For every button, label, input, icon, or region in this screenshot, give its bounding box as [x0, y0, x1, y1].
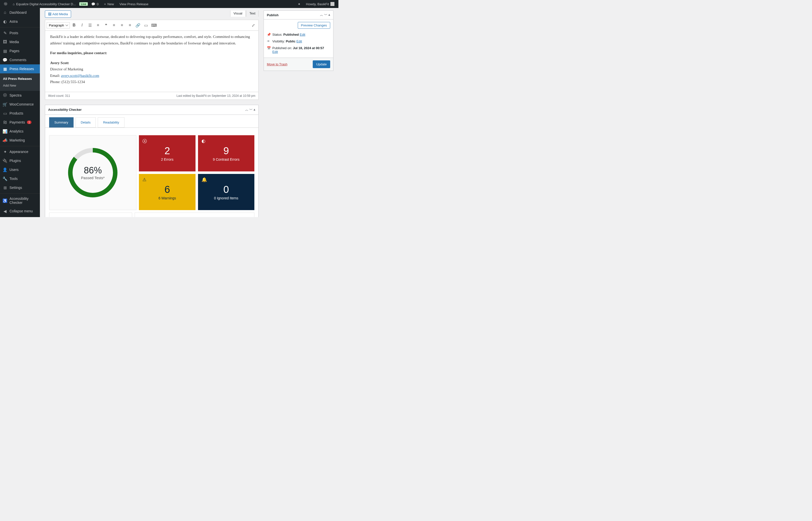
tab-details[interactable]: Details	[76, 117, 96, 128]
align-center-button[interactable]: ≡	[118, 21, 126, 29]
chevron-up-icon[interactable]: ︿	[245, 108, 248, 112]
toolbar-toggle-button[interactable]: ⌨	[150, 21, 158, 29]
sidebar-item-woocommerce[interactable]: 🛒WooCommerce	[0, 100, 40, 109]
trash-link[interactable]: Move to Trash	[267, 62, 287, 66]
bullet-list-button[interactable]: ☰	[86, 21, 94, 29]
preview-button[interactable]: Preview Changes	[298, 22, 330, 29]
ignored-card[interactable]: 🔔 0 0 Ignored Items	[198, 174, 254, 210]
sidebar-item-astra[interactable]: ◐Astra	[0, 17, 40, 26]
sidebar-sub-add[interactable]: Add New	[0, 82, 40, 89]
site-title: Equalize Digital Accessibility Checker D…	[16, 2, 76, 6]
warnings-num: 6	[164, 184, 170, 195]
spectra-icon: ⦿	[2, 93, 7, 98]
chevron-down-icon[interactable]: ﹀	[324, 13, 328, 17]
tab-visual[interactable]: Visual	[230, 10, 245, 17]
comments-link[interactable]: 💬0	[89, 0, 100, 8]
contrast-card[interactable]: ◐ 9 9 Contrast Errors	[198, 135, 254, 172]
edit-visibility-link[interactable]: Edit	[296, 40, 302, 43]
add-media-button[interactable]: 🖼Add Media	[45, 10, 71, 18]
sidebar-item-spectra[interactable]: ⦿Spectra	[0, 91, 40, 100]
publish-title: Publish	[267, 13, 279, 17]
sidebar-item-media[interactable]: 🖾Media	[0, 38, 40, 46]
contact-title: Director of Marketing	[50, 66, 254, 73]
pages-icon: ▤	[2, 48, 7, 53]
site-link[interactable]: ⌂Equalize Digital Accessibility Checker …	[11, 0, 78, 8]
new-label: New	[108, 2, 114, 6]
sidebar-item-accessibility-checker[interactable]: ♿Accessibility Checker	[0, 195, 40, 207]
tab-readability[interactable]: Readability	[98, 117, 124, 128]
sidebar-item-collapse-menu[interactable]: ◀Collapse menu	[0, 207, 40, 216]
sidebar-item-plugins[interactable]: 🔌Plugins	[0, 156, 40, 165]
sidebar-item-dashboard[interactable]: ⌂Dashboard	[0, 8, 40, 17]
collapse-menu-icon: ◀	[2, 209, 7, 213]
admin-bar: ⓦ ⌂Equalize Digital Accessibility Checke…	[0, 0, 338, 8]
wp-logo[interactable]: ⓦ	[2, 0, 9, 8]
align-left-button[interactable]: ≡	[110, 21, 118, 29]
sidebar-item-comments[interactable]: 💬Comments	[0, 55, 40, 64]
view-label: View Press Release	[119, 2, 148, 6]
tab-text[interactable]: Text	[246, 10, 259, 17]
sidebar-item-posts[interactable]: ✎Posts	[0, 28, 40, 38]
dashboard-icon: ⌂	[2, 10, 7, 15]
plugins-icon: 🔌	[2, 158, 7, 163]
sidebar-item-settings[interactable]: ⊞Settings	[0, 183, 40, 192]
media-icon: 🖼	[48, 12, 51, 16]
sidebar-item-users[interactable]: 👤Users	[0, 165, 40, 174]
view-link[interactable]: View Press Release	[117, 0, 150, 8]
edit-date-link[interactable]: Edit	[272, 50, 278, 54]
email-prefix: Email:	[50, 74, 61, 77]
woocommerce-icon: 🛒	[2, 102, 7, 107]
sidebar-item-label: WooCommerce	[9, 102, 34, 106]
tab-summary[interactable]: Summary	[49, 117, 74, 128]
link-button[interactable]: 🔗	[134, 21, 142, 29]
triangle-up-icon[interactable]: ▴	[329, 13, 330, 17]
sidebar-item-products[interactable]: ▭Products	[0, 109, 40, 118]
sidebar-item-label: Products	[9, 111, 23, 115]
italic-button[interactable]: I	[78, 21, 86, 29]
chevron-down-icon[interactable]: ﹀	[249, 108, 253, 112]
assistant-icon[interactable]: ✦	[296, 0, 303, 8]
edit-status-link[interactable]: Edit	[300, 33, 305, 37]
quote-button[interactable]: ❝	[102, 21, 110, 29]
comment-icon: 💬	[91, 2, 95, 6]
status-row: 📌 Status: Published Edit	[267, 31, 330, 38]
sidebar-item-label: Appearance	[9, 150, 28, 154]
chevron-up-icon[interactable]: ︿	[320, 13, 323, 17]
analytics-icon: 📊	[2, 129, 7, 134]
sidebar-sub-all[interactable]: All Press Releases	[0, 75, 40, 82]
triangle-up-icon[interactable]: ▴	[254, 108, 255, 112]
contact-email[interactable]: avery.scott@basikfit.com	[61, 74, 99, 77]
account-link[interactable]: Howdy, BasikFit	[304, 0, 336, 8]
sidebar-item-press-releases[interactable]: ▦Press Releases	[0, 64, 40, 73]
sidebar-item-payments[interactable]: ₪Payments1	[0, 118, 40, 127]
new-link[interactable]: +New	[102, 0, 116, 8]
sidebar-item-marketing[interactable]: 📣Marketing	[0, 136, 40, 145]
sidebar-item-label: Marketing	[9, 138, 25, 142]
update-button[interactable]: Update	[313, 60, 330, 68]
fullscreen-button[interactable]: ⤢	[249, 21, 257, 29]
format-select[interactable]: Paragraph	[47, 22, 70, 28]
payments-icon: ₪	[2, 120, 7, 125]
more-button[interactable]: ▭	[142, 21, 150, 29]
errors-card[interactable]: ⓧ 2 2 Errors	[139, 135, 195, 172]
sidebar-item-pages[interactable]: ▤Pages	[0, 46, 40, 55]
accessibility-panel: Accessibility Checker ︿ ﹀ ▴ Summary Deta…	[45, 105, 259, 217]
posts-icon: ✎	[2, 30, 7, 36]
sidebar-item-label: Tools	[9, 177, 18, 181]
sidebar-item-tools[interactable]: 🔧Tools	[0, 174, 40, 183]
editor-content[interactable]: BasikFit is a leader in athletic footwea…	[45, 31, 259, 92]
bold-button[interactable]: B	[70, 21, 78, 29]
sidebar-item-analytics[interactable]: 📊Analytics	[0, 127, 40, 136]
published-row: 📅 Published on: Jul 18, 2024 at 00:57Edi…	[267, 45, 330, 55]
warnings-card[interactable]: ⚠ 6 6 Warnings	[139, 174, 195, 210]
bell-icon: 🔔	[201, 177, 207, 182]
align-right-button[interactable]: ≡	[126, 21, 134, 29]
appearance-icon: ✦	[2, 149, 7, 154]
reading-level-card: 12th Reading Level	[49, 212, 132, 217]
settings-icon: ⊞	[2, 185, 7, 190]
comment-count: 0	[97, 2, 98, 6]
accessibility-checker-icon: ♿	[2, 198, 7, 203]
sidebar-item-appearance[interactable]: ✦Appearance	[0, 147, 40, 156]
press-releases-icon: ▦	[2, 66, 7, 71]
numbered-list-button[interactable]: ≡	[94, 21, 102, 29]
